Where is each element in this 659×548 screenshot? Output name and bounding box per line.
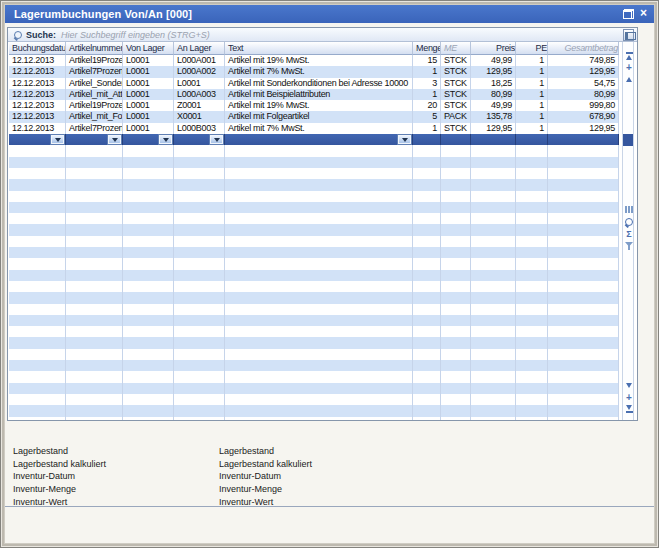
cell-artikelnummer[interactable]	[66, 270, 123, 281]
cell-preis[interactable]	[471, 168, 516, 179]
cell-pe[interactable]	[516, 270, 548, 281]
cell-preis[interactable]: 129,95	[471, 66, 516, 77]
cell-an_lager[interactable]	[174, 202, 225, 213]
cell-text[interactable]	[225, 292, 413, 303]
cell-artikelnummer[interactable]: Artikel7Prozent	[66, 66, 123, 77]
cell-artikelnummer[interactable]	[66, 405, 123, 416]
cell-von_lager[interactable]	[123, 371, 174, 382]
cell-menge[interactable]	[413, 337, 441, 348]
cell-preis[interactable]	[471, 224, 516, 235]
cell-text[interactable]	[225, 326, 413, 337]
cell-menge[interactable]: 3	[413, 78, 441, 89]
cell-gesamtbetrag[interactable]	[548, 258, 619, 269]
cell-preis[interactable]	[471, 371, 516, 382]
cell-text[interactable]	[225, 337, 413, 348]
cell-buchungsdatum[interactable]: 12.12.2013	[9, 78, 66, 89]
cell-pe[interactable]	[516, 292, 548, 303]
cell-von_lager[interactable]	[123, 315, 174, 326]
cell-preis[interactable]	[471, 326, 516, 337]
cell-text[interactable]: Artikel mit 19% MwSt.	[225, 55, 413, 66]
cell-gesamtbetrag[interactable]	[548, 405, 619, 416]
cell-artikelnummer[interactable]	[66, 191, 123, 202]
cell-pe[interactable]	[516, 202, 548, 213]
cell-an_lager[interactable]	[174, 145, 225, 156]
cell-menge[interactable]	[413, 145, 441, 156]
cell-buchungsdatum[interactable]: 12.12.2013	[9, 123, 66, 134]
cell-text[interactable]	[225, 134, 413, 145]
cell-me[interactable]	[441, 202, 471, 213]
cell-pe[interactable]: 1	[516, 78, 548, 89]
cell-me[interactable]	[441, 179, 471, 190]
cell-von_lager[interactable]	[123, 326, 174, 337]
cell-gesamtbetrag[interactable]	[548, 304, 619, 315]
cell-artikelnummer[interactable]	[66, 326, 123, 337]
cell-gesamtbetrag[interactable]	[548, 417, 619, 421]
cell-artikelnummer[interactable]	[66, 236, 123, 247]
cell-pe[interactable]	[516, 213, 548, 224]
cell-buchungsdatum[interactable]: 12.12.2013	[9, 55, 66, 66]
cell-text[interactable]	[225, 247, 413, 258]
cell-text[interactable]	[225, 304, 413, 315]
cell-von_lager[interactable]	[123, 360, 174, 371]
cell-gesamtbetrag[interactable]	[548, 371, 619, 382]
cell-buchungsdatum[interactable]	[9, 326, 66, 337]
cell-artikelnummer[interactable]	[66, 383, 123, 394]
cell-preis[interactable]	[471, 315, 516, 326]
cell-me[interactable]: STCK	[441, 100, 471, 111]
cell-an_lager[interactable]: L0001	[174, 78, 225, 89]
cell-me[interactable]	[441, 247, 471, 258]
cell-preis[interactable]	[471, 383, 516, 394]
cell-an_lager[interactable]	[174, 315, 225, 326]
cell-gesamtbetrag[interactable]	[548, 383, 619, 394]
cell-preis[interactable]: 18,25	[471, 78, 516, 89]
cell-an_lager[interactable]	[174, 270, 225, 281]
cell-buchungsdatum[interactable]	[9, 360, 66, 371]
cell-an_lager[interactable]	[174, 247, 225, 258]
cell-menge[interactable]	[413, 360, 441, 371]
cell-menge[interactable]: 15	[413, 55, 441, 66]
cell-gesamtbetrag[interactable]	[548, 157, 619, 168]
cell-buchungsdatum[interactable]: 12.12.2013	[9, 111, 66, 122]
cell-von_lager[interactable]	[123, 145, 174, 156]
cell-an_lager[interactable]	[174, 383, 225, 394]
cell-von_lager[interactable]	[123, 134, 174, 145]
cell-artikelnummer[interactable]	[66, 202, 123, 213]
cell-text[interactable]	[225, 349, 413, 360]
cell-buchungsdatum[interactable]: 12.12.2013	[9, 100, 66, 111]
cell-von_lager[interactable]	[123, 349, 174, 360]
cell-gesamtbetrag[interactable]: 999,80	[548, 100, 619, 111]
cell-pe[interactable]	[516, 258, 548, 269]
cell-von_lager[interactable]	[123, 202, 174, 213]
cell-me[interactable]	[441, 236, 471, 247]
cell-an_lager[interactable]	[174, 168, 225, 179]
cell-artikelnummer[interactable]	[66, 134, 123, 145]
cell-me[interactable]	[441, 405, 471, 416]
cell-artikelnummer[interactable]	[66, 304, 123, 315]
cell-pe[interactable]: 1	[516, 89, 548, 100]
cell-text[interactable]	[225, 405, 413, 416]
window-titlebar[interactable]: Lagerumbuchungen Von/An [000] ×	[5, 5, 654, 23]
cell-gesamtbetrag[interactable]: 678,90	[548, 111, 619, 122]
cell-text[interactable]	[225, 202, 413, 213]
cell-pe[interactable]	[516, 326, 548, 337]
cell-menge[interactable]	[413, 315, 441, 326]
cell-me[interactable]	[441, 134, 471, 145]
cell-menge[interactable]	[413, 168, 441, 179]
cell-gesamtbetrag[interactable]: 129,95	[548, 123, 619, 134]
cell-preis[interactable]	[471, 202, 516, 213]
cell-text[interactable]: Artikel mit Folgeartikel	[225, 111, 413, 122]
cell-me[interactable]	[441, 145, 471, 156]
close-window-icon[interactable]: ×	[640, 8, 647, 20]
cell-gesamtbetrag[interactable]	[548, 236, 619, 247]
cell-artikelnummer[interactable]: Artikel7Prozent	[66, 123, 123, 134]
cell-pe[interactable]	[516, 247, 548, 258]
restore-window-icon[interactable]	[623, 9, 634, 19]
cell-buchungsdatum[interactable]	[9, 157, 66, 168]
search-bar[interactable]: Suche: Hier Suchbegriff eingeben (STRG+S…	[8, 28, 637, 42]
cell-text[interactable]: Artikel mit Sonderkonditionen bei Adress…	[225, 78, 413, 89]
cell-pe[interactable]	[516, 236, 548, 247]
cell-an_lager[interactable]: Z0001	[174, 100, 225, 111]
cell-preis[interactable]	[471, 349, 516, 360]
cell-an_lager[interactable]	[174, 134, 225, 145]
cell-artikelnummer[interactable]	[66, 258, 123, 269]
